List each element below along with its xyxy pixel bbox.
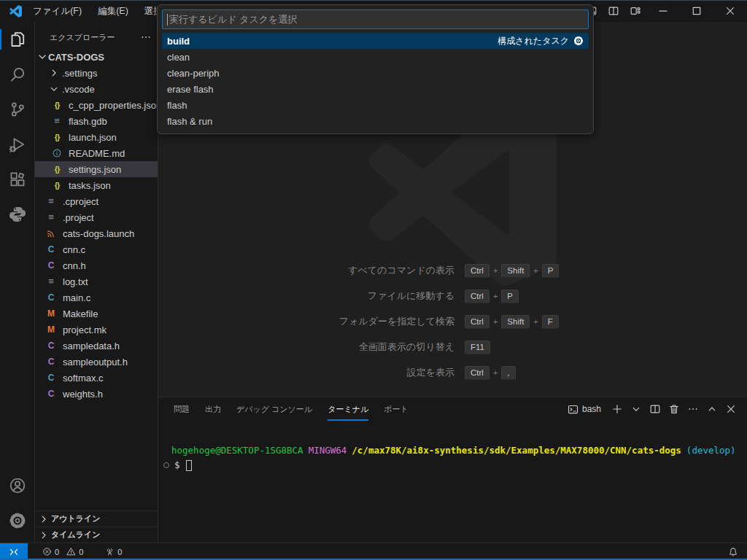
- window-top-border: [0, 0, 747, 1]
- tree-file-c_cpp_properties.json[interactable]: {}c_cpp_properties.json: [35, 97, 158, 113]
- shell-label: bash: [582, 404, 601, 414]
- section-outline[interactable]: アウトライン: [35, 510, 158, 526]
- c-blue-file-icon: C: [45, 241, 57, 257]
- ports-status[interactable]: 0: [105, 547, 122, 556]
- activity-explorer-icon[interactable]: [0, 22, 35, 57]
- file-label: weights.h: [63, 389, 103, 400]
- section-label: タイムライン: [51, 529, 101, 540]
- tree-file-main.c[interactable]: Cmain.c: [35, 289, 158, 306]
- shortcut-row-2: ファイルに移動するCtrl+P: [308, 288, 643, 304]
- tree-file-flash.gdb[interactable]: ≡flash.gdb: [35, 113, 158, 129]
- chevron-right-icon: [38, 529, 50, 541]
- section-timeline[interactable]: タイムライン: [35, 526, 158, 542]
- activity-python-icon[interactable]: [0, 197, 35, 232]
- tree-file-project.mk[interactable]: Mproject.mk: [35, 322, 158, 338]
- activity-source-control-icon[interactable]: [0, 92, 35, 127]
- tree-file-cats-dogs.launch[interactable]: cats-dogs.launch: [35, 225, 158, 241]
- terminal-environment: MINGW64: [309, 445, 347, 456]
- task-item-flash[interactable]: flash: [162, 97, 589, 113]
- file-label: log.txt: [63, 276, 88, 287]
- tree-file-cnn.c[interactable]: Ccnn.c: [35, 241, 158, 257]
- command-decoration-icon[interactable]: [163, 462, 169, 468]
- tree-file-sampleoutput.h[interactable]: Csampleoutput.h: [35, 354, 158, 370]
- tree-file-sampledata.h[interactable]: Csampledata.h: [35, 338, 158, 354]
- terminal[interactable]: hogehoge@DESKTOP-1SG8BCAMINGW64/c/max78K…: [163, 443, 741, 472]
- menu-item-2[interactable]: 編集(E): [90, 0, 136, 22]
- task-item-flash & run[interactable]: flash & run: [162, 113, 589, 129]
- activity-search-icon[interactable]: [0, 57, 35, 92]
- c-purple-file-icon: C: [45, 386, 57, 402]
- shortcut-label: ファイルに移動する: [308, 289, 465, 303]
- more-icon[interactable]: [687, 403, 699, 415]
- shell-selector[interactable]: bash: [568, 404, 601, 415]
- chevron-up-icon[interactable]: [706, 403, 718, 415]
- panel-tab-出力[interactable]: 出力: [205, 398, 221, 421]
- tree-file-cnn.h[interactable]: Ccnn.h: [35, 257, 158, 273]
- task-item-erase flash[interactable]: erase flash: [162, 81, 589, 97]
- notifications-bell[interactable]: [728, 547, 738, 557]
- tree-file-launch.json[interactable]: {}launch.json: [35, 129, 158, 145]
- task-label: flash & run: [167, 116, 212, 127]
- chevron-down-icon: [48, 83, 60, 95]
- split-editor-icon[interactable]: [603, 0, 624, 22]
- chevron-down-icon[interactable]: [630, 403, 642, 415]
- bottom-panel: 問題出力デバッグ コンソールターミナルポート bash hogehoge@DES…: [158, 397, 747, 542]
- new-terminal-icon[interactable]: [611, 403, 623, 415]
- key-F: F: [542, 315, 559, 329]
- shortcut-label: 全画面表示の切り替え: [308, 341, 465, 354]
- panel-tab-デバッグ コンソール[interactable]: デバッグ コンソール: [236, 398, 312, 421]
- radio-tower-icon: [105, 547, 115, 556]
- quick-pick-dropdown: 実行するビルド タスクを選択 build構成されたタスクcleanclean-p…: [157, 4, 594, 134]
- panel-tab-ポート[interactable]: ポート: [384, 398, 409, 421]
- file-label: cats-dogs.launch: [63, 228, 134, 239]
- tree-file-softmax.c[interactable]: Csoftmax.c: [35, 370, 158, 386]
- tree-file-weights.h[interactable]: Cweights.h: [35, 386, 158, 402]
- tree-folder-.settings[interactable]: .settings: [35, 65, 158, 81]
- key-separator: +: [493, 292, 498, 300]
- task-item-clean[interactable]: clean: [162, 49, 589, 65]
- c-blue-file-icon: C: [45, 370, 57, 386]
- file-label: c_cpp_properties.json: [69, 100, 158, 111]
- tree-file-tasks.json[interactable]: {}tasks.json: [35, 177, 158, 193]
- problems-status[interactable]: 0 0: [42, 547, 83, 556]
- maximize-button[interactable]: [680, 0, 713, 22]
- task-item-clean-periph[interactable]: clean-periph: [162, 65, 589, 81]
- file-label: cnn.h: [63, 260, 86, 271]
- quick-pick-input[interactable]: 実行するビルド タスクを選択: [162, 9, 589, 29]
- configure-gear-icon[interactable]: [573, 36, 584, 46]
- text-caret: [167, 14, 168, 26]
- tree-root-folder[interactable]: CATS-DOGS: [35, 49, 158, 65]
- menu-item-1[interactable]: ファイル(F): [25, 0, 90, 22]
- minimize-button[interactable]: [646, 0, 680, 22]
- more-actions-icon[interactable]: [140, 31, 152, 43]
- panel-tab-ターミナル[interactable]: ターミナル: [328, 398, 368, 421]
- activity-run-debug-icon[interactable]: [0, 127, 35, 162]
- close-button[interactable]: [713, 0, 747, 22]
- section-label: アウトライン: [51, 513, 101, 524]
- tree-file-README.md[interactable]: README.md: [35, 145, 158, 161]
- trash-icon[interactable]: [668, 403, 680, 415]
- error-icon: [42, 547, 52, 556]
- configured-task-badge: 構成されたタスク: [498, 35, 584, 47]
- quick-pick-placeholder: 実行するビルド タスクを選択: [169, 13, 297, 26]
- activity-settings-gear-icon[interactable]: [0, 503, 35, 538]
- customize-layout-icon[interactable]: [624, 0, 646, 22]
- panel-tab-問題[interactable]: 問題: [174, 398, 190, 421]
- root-folder-label: CATS-DOGS: [48, 52, 104, 63]
- file-label: .vscode: [62, 84, 95, 95]
- activity-account-icon[interactable]: [0, 468, 35, 503]
- tree-file-Makefile[interactable]: MMakefile: [35, 306, 158, 322]
- shortcut-label: フォルダーを指定して検索: [308, 315, 465, 328]
- remote-indicator[interactable]: [0, 543, 28, 560]
- tree-file-.project[interactable]: ≡.project: [35, 209, 158, 225]
- tree-file-settings.json[interactable]: {}settings.json: [35, 161, 158, 177]
- close-icon[interactable]: [725, 403, 737, 415]
- split-terminal-icon[interactable]: [649, 403, 661, 415]
- activity-extensions-icon[interactable]: [0, 162, 35, 197]
- terminal-cursor: [186, 460, 192, 471]
- tree-folder-.vscode[interactable]: .vscode: [35, 81, 158, 97]
- tree-file-log.txt[interactable]: ≡log.txt: [35, 273, 158, 289]
- task-item-build[interactable]: build構成されたタスク: [162, 33, 589, 49]
- tree-file-.cproject[interactable]: ≡.cproject: [35, 193, 158, 209]
- terminal-prompt-line: hogehoge@DESKTOP-1SG8BCAMINGW64/c/max78K…: [163, 443, 741, 458]
